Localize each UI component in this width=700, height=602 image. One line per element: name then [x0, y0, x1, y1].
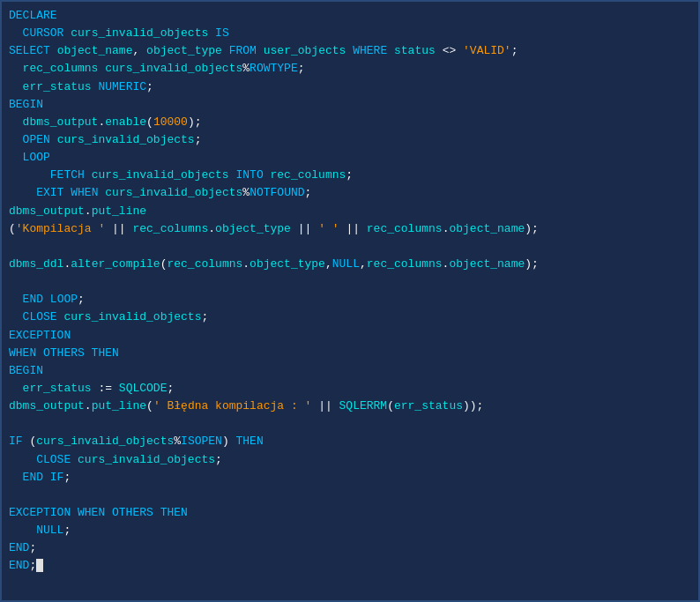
code-line-14 [9, 238, 691, 256]
code-line-11: EXIT WHEN curs_invalid_objects%NOTFOUND; [9, 184, 691, 202]
code-line-24 [9, 415, 691, 433]
code-line-10: FETCH curs_invalid_objects INTO rec_colu… [9, 167, 691, 184]
code-line-29: EXCEPTION WHEN OTHERS THEN [9, 504, 691, 522]
code-line-26: CLOSE curs_invalid_objects; [9, 451, 691, 469]
code-line-20: WHEN OTHERS THEN [9, 345, 691, 362]
text-cursor [36, 559, 43, 572]
code-line-30: NULL; [9, 522, 691, 539]
code-line-16 [9, 273, 691, 291]
code-line-4: rec_columns curs_invalid_objects%ROWTYPE… [9, 60, 691, 78]
code-line-17: END LOOP; [9, 291, 691, 308]
code-line-22: err_status := SQLCODE; [9, 380, 691, 398]
code-line-8: OPEN curs_invalid_objects; [9, 131, 691, 149]
code-line-32: END; [9, 557, 691, 575]
code-line-2: CURSOR curs_invalid_objects IS [9, 25, 691, 42]
code-line-5: err_status NUMERIC; [9, 78, 691, 96]
code-line-12: dbms_output.put_line [9, 203, 691, 220]
code-editor: DECLARE CURSOR curs_invalid_objects IS S… [0, 0, 700, 602]
code-line-18: CLOSE curs_invalid_objects; [9, 308, 691, 326]
code-line-6: BEGIN [9, 96, 691, 114]
code-line-19: EXCEPTION [9, 327, 691, 345]
code-line-3: SELECT object_name, object_type FROM use… [9, 42, 691, 60]
code-line-31: END; [9, 539, 691, 557]
code-line-7: dbms_output.enable(10000); [9, 114, 691, 131]
code-line-27: END IF; [9, 469, 691, 487]
code-line-28 [9, 487, 691, 504]
code-line-25: IF (curs_invalid_objects%ISOPEN) THEN [9, 433, 691, 450]
code-line-1: DECLARE [9, 7, 691, 25]
code-line-15: dbms_ddl.alter_compile(rec_columns.objec… [9, 256, 691, 273]
code-line-13: ('Kompilacja ' || rec_columns.object_typ… [9, 220, 691, 238]
code-line-9: LOOP [9, 149, 691, 167]
code-line-23: dbms_output.put_line(' Błędna kompilacja… [9, 398, 691, 415]
code-line-21: BEGIN [9, 362, 691, 380]
